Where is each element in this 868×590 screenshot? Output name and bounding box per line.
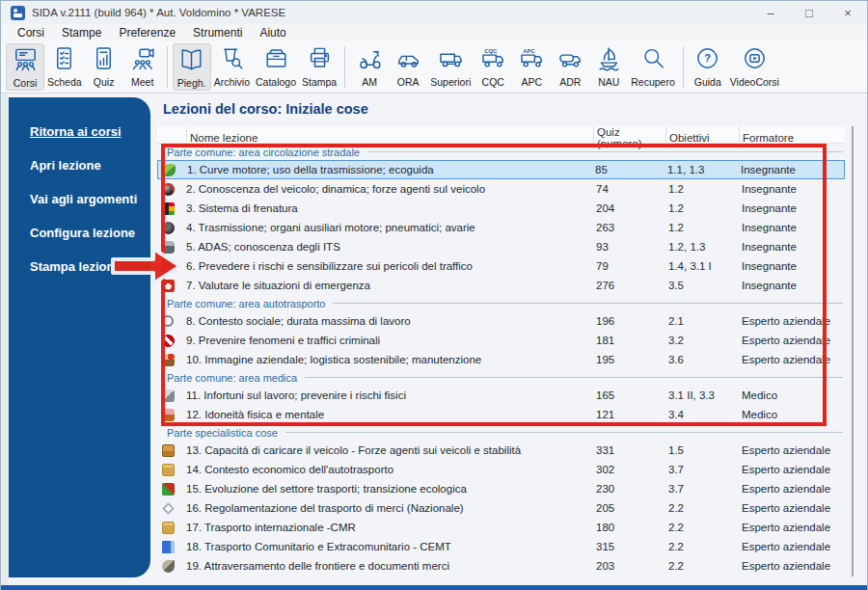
lesson-icon-cell: [157, 260, 186, 273]
vertical-scrollbar[interactable]: [852, 126, 854, 577]
lesson-name: 15. Evoluzione del settore trasporti; tr…: [186, 483, 593, 495]
table-row[interactable]: 17. Trasporto internazionale -CMR1802.2E…: [157, 518, 845, 537]
lesson-name: 17. Trasporto internazionale -CMR: [186, 522, 593, 533]
column-header-quiz-numero-[interactable]: Quiz (numero): [593, 126, 665, 149]
toolbar-button-catalogo[interactable]: Catalogo: [253, 43, 299, 91]
toolbar-button-archivio[interactable]: Archivio: [211, 43, 253, 91]
truck-icon: [438, 45, 464, 75]
toolbar-button-am[interactable]: AM: [350, 43, 389, 91]
formatore-value: Esperto aziendale: [739, 464, 845, 475]
table-row[interactable]: 8. Contesto sociale; durata massima di l…: [157, 311, 845, 331]
toolbar-button-cqc[interactable]: CQCCQC: [474, 43, 512, 91]
toolbar-button-label: Corsi: [14, 77, 38, 89]
sidebar-item-label: Configura lezione: [30, 226, 135, 240]
toolbar-button-recupero[interactable]: Recupero: [628, 43, 678, 91]
formatore-value: Insegnante: [739, 202, 845, 214]
person-fall-icon: [162, 389, 175, 402]
formatore-value: Esperto aziendale: [739, 541, 845, 552]
toolbar-button-corsi[interactable]: Corsi: [6, 43, 44, 91]
emergency-button-icon: [162, 280, 175, 292]
table-row[interactable]: 14. Contesto economico dell'autotrasport…: [157, 460, 845, 479]
person-heart-icon: [162, 354, 175, 366]
toolbar-button-apc[interactable]: APCAPC: [512, 43, 551, 91]
formatore-value: Insegnante: [739, 183, 845, 195]
menu-preferenze[interactable]: Preferenze: [110, 25, 184, 40]
table-row[interactable]: 13. Capacità di caricare il veicolo - Fo…: [157, 441, 845, 460]
quiz-count: 165: [593, 389, 665, 401]
toolbar-button-superiori[interactable]: Superiori: [427, 43, 474, 91]
formatore-value: Esperto aziendale: [739, 444, 845, 456]
obiettivi-value: 1.2, 1.3: [665, 241, 739, 253]
table-row[interactable]: 4. Trasmissione; organi ausiliari motore…: [157, 218, 845, 237]
table-row[interactable]: 11. Infortuni sul lavoro; prevenire i ri…: [157, 386, 845, 405]
obiettivi-value: 1.2: [665, 222, 739, 233]
table-row[interactable]: 2. Conoscenza del veicolo; dinamica; for…: [157, 179, 845, 199]
quiz-count: 121: [593, 409, 665, 420]
table-row[interactable]: 18. Trasporto Comunitario e Extracomunit…: [157, 537, 845, 556]
menu-corsi[interactable]: Corsi: [9, 25, 53, 40]
section-divider-line: [333, 303, 843, 304]
toolbar-button-stampa[interactable]: Stampa: [299, 43, 339, 91]
booklet-icon: [178, 46, 204, 76]
toolbar-button-ora[interactable]: ORA: [389, 43, 427, 91]
toolbar-button-adr[interactable]: ADR: [551, 43, 589, 91]
bird-border-icon: [162, 560, 175, 573]
formatore-value: Esperto aziendale: [739, 502, 845, 514]
sidebar-item-configura-lezione[interactable]: Configura lezione: [9, 216, 150, 250]
toolbar-button-label: AM: [362, 76, 377, 88]
column-header-obiettivi[interactable]: Obiettivi: [665, 126, 739, 149]
table-header: Nome lezioneQuiz (numero)ObiettiviFormat…: [157, 126, 845, 144]
person-health-icon: [162, 409, 175, 421]
sidebar-item-ritorna-ai-corsi[interactable]: Ritorna ai corsi: [9, 115, 150, 148]
lesson-name: 14. Contesto economico dell'autotrasport…: [186, 464, 593, 475]
toolbar-button-quiz[interactable]: Quiz: [85, 43, 123, 91]
table-row[interactable]: 1. Curve motore; uso della trasmissione;…: [157, 160, 845, 179]
toolbar-button-label: Catalogo: [256, 76, 296, 88]
toolbar-button-label: Quiz: [94, 76, 115, 88]
sidebar-item-vai-agli-argomenti[interactable]: Vai agli argomenti: [9, 182, 150, 216]
table-row[interactable]: 10. Immagine aziendale; logistica sosten…: [157, 350, 845, 369]
lesson-name: 1. Curve motore; uso della trasmissione;…: [187, 164, 592, 175]
toolbar-button-label: Meet: [131, 76, 153, 88]
table-row[interactable]: 16. Regolamentazione del trasporto di me…: [157, 498, 845, 518]
table-row[interactable]: 6. Prevedere i rischi e sensibilizzare s…: [157, 256, 845, 276]
close-button[interactable]: ×: [828, 1, 867, 24]
sidebar-item-stampa-lezione[interactable]: Stampa lezione: [9, 250, 150, 283]
toolbar-button-piegh[interactable]: Piegh.: [173, 43, 211, 91]
toolbar-button-guida[interactable]: ?Guida: [689, 43, 727, 91]
minimize-button[interactable]: –: [751, 1, 790, 24]
table-row[interactable]: 5. ADAS; conoscenza degli ITS931.2, 1.3I…: [157, 237, 845, 256]
wheel-icon: [162, 183, 175, 196]
blue-book-icon: [162, 541, 175, 553]
table-row[interactable]: 12. Idoneità fisica e mentale1213.4Medic…: [157, 405, 845, 424]
menu-strumenti[interactable]: Strumenti: [184, 25, 251, 40]
formatore-value: Esperto aziendale: [739, 483, 845, 495]
column-header-formatore[interactable]: Formatore: [739, 126, 845, 149]
table-row[interactable]: 15. Evoluzione del settore trasporti; tr…: [157, 479, 845, 498]
toolbar-button-label: Archivio: [214, 76, 250, 88]
page-title: Lezioni del corso: Iniziale cose: [163, 101, 368, 117]
table-row[interactable]: 3. Sistema di frenatura2041.2Insegnante: [157, 199, 845, 218]
maximize-button[interactable]: □: [790, 1, 828, 24]
sidebar-item-label: Apri lezione: [30, 158, 101, 173]
table-row[interactable]: 19. Attraversamento delle frontiere e do…: [157, 556, 845, 576]
lesson-icon-cell: [157, 315, 186, 327]
folder-money-icon: [162, 464, 175, 476]
lesson-name: 4. Trasmissione; organi ausiliari motore…: [186, 222, 593, 233]
lesson-icon-cell: [157, 464, 186, 476]
menu-stampe[interactable]: Stampe: [53, 25, 110, 40]
sidebar-item-apri-lezione[interactable]: Apri lezione: [9, 148, 150, 182]
lesson-icon-cell: [158, 164, 187, 176]
obiettivi-value: 3.4: [665, 409, 739, 420]
table-row[interactable]: 7. Valutare le situazioni di emergenza27…: [157, 276, 845, 295]
toolbar-button-videocorsi[interactable]: VideoCorsi: [727, 43, 782, 91]
table-row[interactable]: 9. Prevenire fenomeni e traffici crimina…: [157, 331, 845, 350]
lesson-name: 5. ADAS; conoscenza degli ITS: [186, 241, 593, 253]
toolbar-button-meet[interactable]: Meet: [123, 43, 162, 91]
toolbar-button-scheda[interactable]: Scheda: [44, 43, 85, 91]
quiz-count: 331: [593, 444, 665, 456]
toolbar-button-label: Recupero: [631, 76, 675, 88]
toolbar-button-nau[interactable]: NAU: [589, 43, 628, 91]
menu-aiuto[interactable]: Aiuto: [251, 25, 294, 40]
lesson-icon-cell: [157, 560, 186, 573]
